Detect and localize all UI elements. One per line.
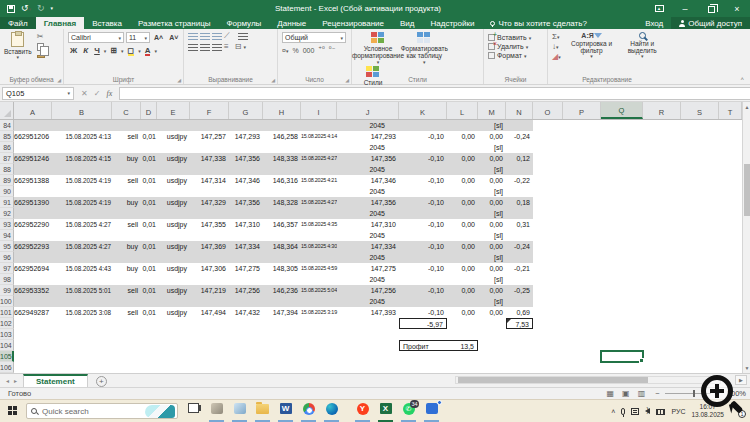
clear-button[interactable]: ◢▾ [552,52,561,61]
cell-J93[interactable]: 147,310 [337,219,399,230]
cell-S101[interactable] [681,307,719,318]
row-header-97[interactable]: 97 [0,263,14,274]
cell-G91[interactable]: 147,356 [229,197,263,208]
cell-T96[interactable] [719,252,742,263]
cell-O91[interactable] [533,197,563,208]
cell-D92[interactable] [141,208,157,219]
cell-J84[interactable]: 2045 [337,120,399,131]
cell-N90[interactable] [506,186,533,197]
cell-P95[interactable] [563,241,601,252]
cell-G84[interactable] [229,120,263,131]
cell-Q96[interactable] [601,252,643,263]
cell-I87[interactable]: 15.08.2025 4:27 [301,153,337,164]
cell-O97[interactable] [533,263,563,274]
cell-Q91[interactable] [601,197,643,208]
cell-H93[interactable]: 146,357 [263,219,301,230]
cell-G85[interactable]: 147,293 [229,131,263,142]
cell-S86[interactable] [681,142,719,153]
row-header-88[interactable]: 88 [0,164,14,175]
format-as-table-button[interactable]: Форматировать как таблицу▾ [402,32,446,66]
dialog-launcher-icon[interactable]: ◢ [57,77,61,83]
prev-sheet-icon[interactable]: ◂ [6,377,9,384]
cell-F91[interactable]: 147,329 [190,197,229,208]
cell-P89[interactable] [563,175,601,186]
cell-A103[interactable] [14,329,52,340]
cell-E91[interactable]: usdjpy [157,197,190,208]
cell-O85[interactable] [533,131,563,142]
cell-T99[interactable] [719,285,742,296]
cell-L100[interactable] [447,296,478,307]
cell-Q100[interactable] [601,296,643,307]
increase-decimal-icon[interactable]: ⁺⁰ [318,46,325,54]
cell-H92[interactable] [263,208,301,219]
cell-O95[interactable] [533,241,563,252]
cell-J96[interactable]: 2045 [337,252,399,263]
vertical-scroll-thumb[interactable] [744,164,750,216]
cell-J106[interactable] [337,362,399,373]
cell-L87[interactable]: 0,00 [447,153,478,164]
cell-H90[interactable] [263,186,301,197]
cell-D96[interactable] [141,252,157,263]
cell-H105[interactable] [263,351,301,362]
cell-N94[interactable] [506,230,533,241]
cell-S90[interactable] [681,186,719,197]
align-bottom-icon[interactable] [212,33,222,40]
cell-K86[interactable] [399,142,447,153]
cell-K92[interactable] [399,208,447,219]
row-header-95[interactable]: 95 [0,241,14,252]
cell-F105[interactable] [190,351,229,362]
cell-C93[interactable]: sell [112,219,141,230]
cell-N95[interactable]: -0,24 [506,241,533,252]
cell-B96[interactable] [52,252,112,263]
cell-H102[interactable] [263,318,301,329]
insert-function-icon[interactable]: fx [106,89,112,98]
align-center-icon[interactable] [200,44,210,51]
cell-M96[interactable]: [sl] [478,252,506,263]
cell-M91[interactable]: 0,00 [478,197,506,208]
cell-R102[interactable] [643,318,681,329]
cell-L93[interactable]: 0,00 [447,219,478,230]
taskbar-edge[interactable] [323,400,340,422]
cell-K95[interactable]: -0,10 [399,241,447,252]
cell-D104[interactable] [141,340,157,351]
cell-D103[interactable] [141,329,157,340]
undo-icon[interactable]: ↺▾ [21,4,31,14]
cell-T98[interactable] [719,274,742,285]
cell-J98[interactable]: 2045 [337,274,399,285]
customize-qat-icon[interactable]: ▾ [51,4,54,13]
cell-O98[interactable] [533,274,563,285]
cell-G106[interactable] [229,362,263,373]
cell-S94[interactable] [681,230,719,241]
cell-S102[interactable] [681,318,719,329]
row-header-93[interactable]: 93 [0,219,14,230]
taskbar-whatsapp[interactable]: ✆34 [400,400,417,422]
cell-S104[interactable] [681,340,719,351]
cell-D86[interactable] [141,142,157,153]
cell-F87[interactable]: 147,338 [190,153,229,164]
cell-O86[interactable] [533,142,563,153]
cell-T93[interactable] [719,219,742,230]
row-header-86[interactable]: 86 [0,142,14,153]
cell-B97[interactable]: 15.08.2025 4:43 [52,263,112,274]
cell-Q95[interactable] [601,241,643,252]
cell-L102[interactable] [447,318,478,329]
cell-H96[interactable] [263,252,301,263]
cell-F104[interactable] [190,340,229,351]
cell-R88[interactable] [643,164,681,175]
tab-file[interactable]: Файл [0,17,36,29]
cell-G105[interactable] [229,351,263,362]
taskbar-app-2[interactable] [231,400,248,422]
cell-D99[interactable]: 0,01 [141,285,157,296]
cell-L104[interactable]: 13,5 [447,340,478,351]
cell-P87[interactable] [563,153,601,164]
cell-F86[interactable] [190,142,229,153]
minimize-button[interactable]: – [672,0,698,17]
cell-P105[interactable] [563,351,601,362]
cell-H99[interactable]: 146,236 [263,285,301,296]
wrap-text-icon[interactable] [238,33,248,40]
cell-L95[interactable]: 0,00 [447,241,478,252]
cell-G95[interactable]: 147,334 [229,241,263,252]
cell-G101[interactable]: 147,432 [229,307,263,318]
cell-M86[interactable]: [sl] [478,142,506,153]
taskbar-app-3[interactable] [423,400,440,422]
